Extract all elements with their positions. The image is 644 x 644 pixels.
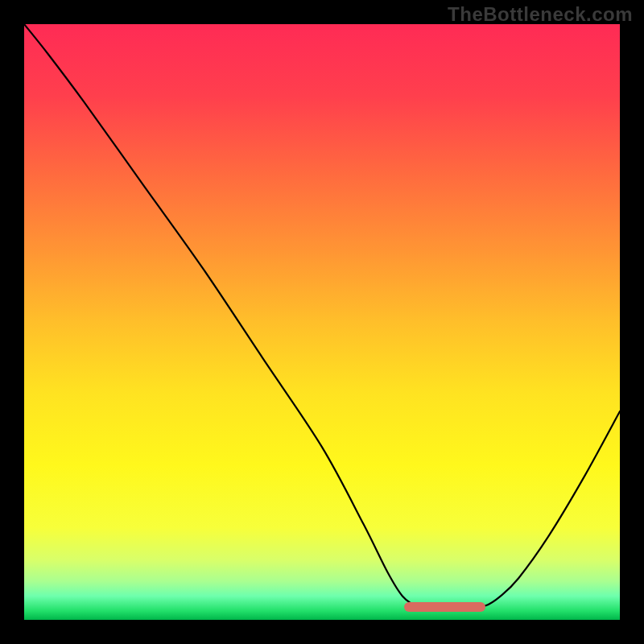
optimal-zone-marker: [404, 602, 485, 612]
plot-area: [24, 24, 620, 620]
watermark-text: TheBottleneck.com: [448, 3, 633, 26]
chart-frame: TheBottleneck.com: [0, 0, 644, 644]
curve-svg: [24, 24, 620, 620]
bottleneck-curve: [24, 24, 620, 609]
